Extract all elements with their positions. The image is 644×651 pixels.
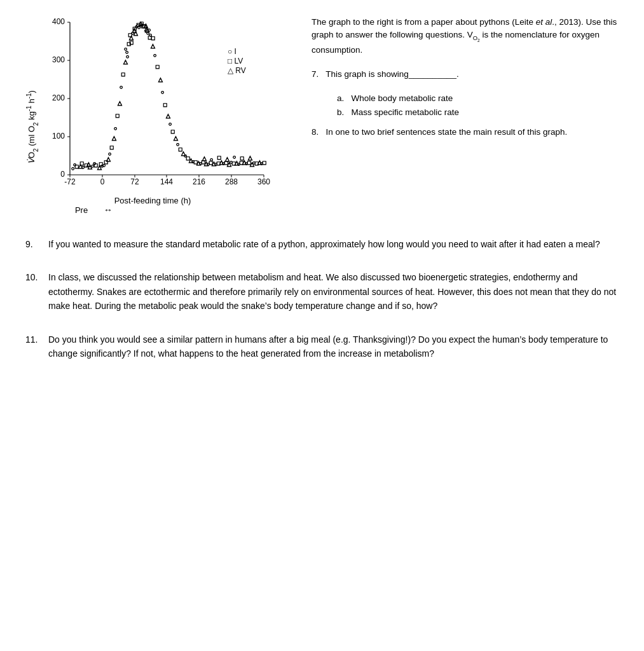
q9-text: If you wanted to measure the standard me…	[48, 237, 600, 251]
svg-text:□: □	[217, 154, 221, 161]
answer-7b: b. Mass specific metabolic rate	[337, 106, 619, 119]
answer-7a: a. Whole body metabolic rate	[337, 92, 619, 105]
svg-text:○: ○	[93, 160, 96, 167]
right-text-area: The graph to the right is from a paper a…	[312, 13, 619, 218]
graph-area: 0 100 200 300 400 V̇O2 (ml O2 kg-1 h-1)	[25, 13, 292, 218]
svg-text:V̇O2 (ml O2 kg-1 h-1): V̇O2 (ml O2 kg-1 h-1)	[25, 90, 39, 164]
q11-text: Do you think you would see a similar pat…	[48, 332, 619, 361]
svg-text:○: ○	[124, 46, 127, 52]
svg-text:△: △	[174, 135, 178, 141]
question-11-block: 11. Do you think you would see a similar…	[25, 332, 619, 361]
question-8-block: 8. In one to two brief sentences state t…	[312, 126, 619, 139]
svg-text:△: △	[202, 155, 207, 161]
svg-text:-72: -72	[64, 177, 76, 186]
svg-text:□: □	[80, 160, 84, 167]
svg-text:200: 200	[52, 93, 65, 102]
svg-text:○: ○	[210, 156, 213, 163]
svg-text:△: △	[166, 113, 170, 119]
svg-text:360: 360	[257, 177, 270, 186]
svg-text:□: □	[240, 155, 244, 161]
svg-text:216: 216	[193, 177, 205, 186]
question-9-block: 9. If you wanted to measure the standard…	[25, 237, 619, 251]
svg-text:○ I: ○ I	[228, 47, 236, 56]
svg-text:△: △	[225, 156, 230, 162]
svg-text:□: □	[263, 160, 266, 166]
svg-text:△: △	[112, 135, 116, 141]
q10-number: 10.	[25, 270, 43, 313]
svg-text:□: □	[163, 102, 167, 108]
svg-text:△: △	[151, 43, 155, 49]
svg-text:□ LV: □ LV	[228, 57, 243, 65]
svg-text:○: ○	[161, 89, 164, 95]
svg-text:Post-feeding time (h): Post-feeding time (h)	[114, 196, 191, 205]
svg-text:○: ○	[114, 125, 117, 132]
svg-text:○: ○	[108, 151, 111, 157]
svg-text:□: □	[130, 39, 134, 46]
svg-text:△: △	[86, 161, 91, 167]
q11-number: 11.	[25, 332, 43, 361]
svg-text:○: ○	[168, 121, 172, 127]
svg-text:□: □	[110, 144, 114, 151]
svg-text:△ RV: △ RV	[228, 66, 246, 75]
svg-text:0: 0	[100, 177, 105, 186]
svg-text:□: □	[121, 71, 125, 78]
svg-text:△: △	[158, 76, 163, 83]
svg-text:□: □	[116, 113, 120, 119]
svg-text:Pre: Pre	[75, 205, 88, 215]
q10-text: In class, we discussed the relationship …	[48, 270, 619, 313]
svg-text:○: ○	[137, 24, 140, 31]
svg-text:144: 144	[160, 177, 173, 186]
svg-text:○: ○	[153, 52, 156, 58]
svg-text:72: 72	[130, 177, 139, 186]
svg-text:↔: ↔	[104, 205, 113, 215]
question-10-block: 10. In class, we discussed the relations…	[25, 270, 619, 313]
svg-text:○: ○	[233, 154, 236, 160]
svg-text:△: △	[248, 154, 252, 161]
svg-text:300: 300	[52, 55, 65, 64]
svg-text:100: 100	[52, 132, 65, 140]
svg-text:○: ○	[120, 84, 123, 90]
question-7-block: 7. This graph is showing__________. a. W…	[312, 68, 619, 120]
question-7-answers: a. Whole body metabolic rate b. Mass spe…	[312, 92, 619, 120]
svg-text:○: ○	[73, 161, 76, 168]
svg-text:288: 288	[225, 177, 238, 186]
svg-text:△: △	[118, 100, 122, 106]
intro-paragraph: The graph to the right is from a paper a…	[312, 16, 619, 57]
svg-text:□: □	[171, 128, 175, 135]
svg-text:□: □	[156, 64, 160, 70]
svg-text:△: △	[134, 30, 138, 36]
svg-text:□: □	[99, 161, 103, 167]
svg-text:○: ○	[126, 53, 129, 60]
graph-svg: 0 100 200 300 400 V̇O2 (ml O2 kg-1 h-1)	[25, 13, 292, 216]
question-8-text: 8. In one to two brief sentences state t…	[312, 126, 619, 139]
question-7-text: 7. This graph is showing__________.	[312, 68, 619, 81]
q9-number: 9.	[25, 237, 43, 251]
svg-text:400: 400	[52, 17, 65, 26]
svg-text:○: ○	[149, 32, 152, 38]
